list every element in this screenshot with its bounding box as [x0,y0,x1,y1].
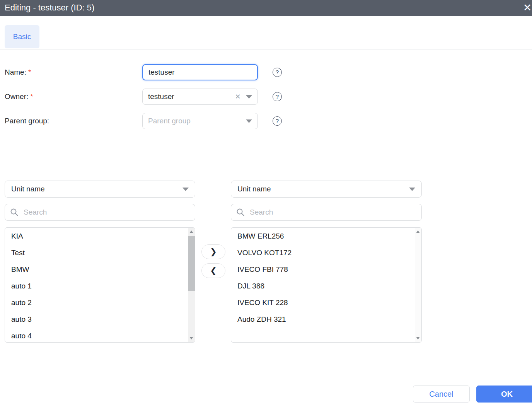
cancel-button[interactable]: Cancel [413,386,470,403]
dialog-header: Editing - testuser (ID: 5) ✕ [0,0,532,16]
help-icon[interactable]: ? [273,116,282,126]
list-item[interactable]: IVECO FBI 778 [231,261,421,278]
left-list-scrollbar[interactable] [188,228,195,342]
list-item[interactable]: auto 4 [5,328,195,343]
chevron-down-icon [246,95,252,99]
chevron-left-icon: ❮ [210,266,217,275]
parent-group-label: Parent group: [5,117,49,125]
search-icon [236,208,245,217]
list-item[interactable]: auto 1 [5,278,195,294]
available-units-list: KIA Test BMW auto 1 auto 2 auto 3 auto 4 [5,227,195,343]
left-column-type-value: Unit name [11,185,45,193]
ok-button[interactable]: OK [476,386,532,403]
left-search-input[interactable] [24,208,190,217]
chevron-right-icon: ❯ [210,247,217,256]
list-item[interactable]: IVECO KIT 228 [231,294,421,311]
left-search-box [5,204,195,221]
list-item[interactable]: Audo ZDH 321 [231,311,421,328]
list-item[interactable]: auto 3 [5,311,195,328]
tabs-divider [0,49,532,49]
tab-basic[interactable]: Basic [5,25,39,48]
help-icon[interactable]: ? [273,92,282,101]
list-item[interactable]: VOLVO KOT172 [231,244,421,261]
search-icon [10,208,19,217]
parent-group-select[interactable]: Parent group [142,113,258,129]
name-input[interactable] [142,64,258,80]
right-column-type-value: Unit name [237,185,271,193]
list-item[interactable]: auto 2 [5,294,195,311]
scrollbar-up-icon[interactable] [416,230,420,233]
right-search-box [231,204,422,221]
close-icon[interactable]: ✕ [520,1,532,15]
right-column-type-select[interactable]: Unit name [231,181,422,198]
right-search-input[interactable] [250,208,417,217]
move-left-button[interactable]: ❮ [201,263,225,278]
required-asterisk: * [30,92,33,101]
name-label: Name:* [5,68,31,77]
owner-label: Owner:* [5,92,33,101]
chevron-down-icon [182,188,189,191]
right-list-scrollbar[interactable] [415,228,421,342]
chevron-down-icon [409,188,415,191]
list-item[interactable]: DJL 388 [231,278,421,294]
help-icon[interactable]: ? [273,68,282,77]
assigned-units-list: BMW ERL256 VOLVO KOT172 IVECO FBI 778 DJ… [231,227,422,343]
scrollbar-down-icon[interactable] [189,337,193,339]
left-column-type-select[interactable]: Unit name [5,181,195,198]
required-asterisk: * [28,68,31,76]
scrollbar-thumb[interactable] [188,236,195,291]
parent-group-placeholder: Parent group [148,117,246,125]
scrollbar-up-icon[interactable] [189,230,193,233]
list-item[interactable]: KIA [5,228,195,244]
dialog-title: Editing - testuser (ID: 5) [5,2,94,14]
chevron-down-icon [246,119,252,123]
scrollbar-down-icon[interactable] [416,337,420,339]
list-item[interactable]: BMW ERL256 [231,228,421,244]
list-item[interactable]: BMW [5,261,195,278]
list-item[interactable]: Test [5,244,195,261]
owner-select-value: testuser [148,92,233,101]
clear-icon[interactable]: ✕ [233,92,243,101]
owner-select[interactable]: testuser ✕ [142,89,258,105]
move-right-button[interactable]: ❯ [201,244,225,259]
